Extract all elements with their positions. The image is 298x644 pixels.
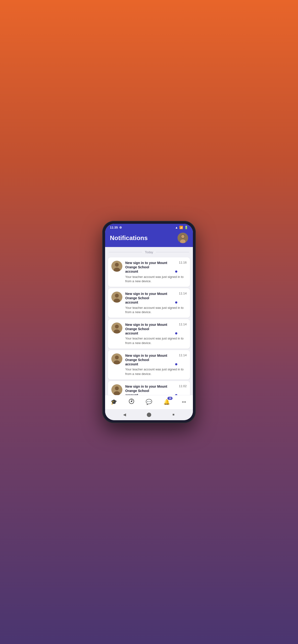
unread-dot-3 [175,332,177,334]
phone-screen: 11:35 ⚙ ▲ 📶 🔋 Notifications [105,224,193,420]
notif-title-row-1: New sign in to your Mount Orange School … [125,261,187,274]
home-circle-icon: ⬤ [146,412,152,417]
notif-title-4: New sign in to your Mount Orange School … [125,354,177,366]
notification-badge: 18 [168,397,173,400]
notif-title-3: New sign in to your Mount Orange School … [125,322,177,336]
notif-title-5: New sign in to your Mount Orange School … [125,384,177,395]
android-nav-bar: ◀ ⬤ ■ [105,409,193,420]
unread-dot-4 [175,363,177,365]
svg-point-15 [115,356,119,360]
svg-point-12 [115,325,119,328]
phone-shell: 11:35 ⚙ ▲ 📶 🔋 Notifications [102,221,196,423]
svg-point-9 [115,294,119,298]
notification-card-3[interactable]: New sign in to your Mount Orange School … [108,319,190,348]
svg-point-18 [115,386,119,390]
svg-point-3 [181,235,185,238]
notif-time-4: 11:14 [179,354,187,357]
nav-item-messages[interactable]: 💬 [142,397,156,407]
notif-time-2: 11:14 [179,292,187,295]
unread-dot-1 [175,270,177,273]
notif-message-1: Your teacher account was just signed in … [125,275,187,284]
notif-title-row-4: New sign in to your Mount Orange School … [125,354,187,366]
notif-title-row-5: New sign in to your Mount Orange School … [125,384,187,395]
dashboard-icon [129,398,134,406]
signal-icon: 📶 [179,226,183,229]
battery-icon: 🔋 [184,226,188,229]
notif-message-2: Your teacher account was just signed in … [125,306,187,314]
notif-body-2: New sign in to your Mount Orange School … [125,292,187,314]
notifications-content: Today New sign in to your Mount Orange S… [105,247,193,395]
recents-button[interactable]: ■ [170,411,177,418]
more-dots-icon: ••• [182,400,186,404]
notification-card-2[interactable]: New sign in to your Mount Orange School … [108,288,190,318]
back-button[interactable]: ◀ [121,411,128,418]
bottom-nav: 🎓 💬 🔔 18 ••• [105,395,193,409]
nav-item-more[interactable]: ••• [178,397,191,407]
notif-avatar-2 [111,292,122,302]
notif-avatar-1 [111,261,122,272]
notif-title-row-3: New sign in to your Mount Orange School … [125,322,187,336]
notif-body-4: New sign in to your Mount Orange School … [125,354,187,376]
nav-item-notifications[interactable]: 🔔 18 [160,397,173,407]
unread-dot-2 [175,302,177,304]
notif-body-5: New sign in to your Mount Orange School … [125,384,187,395]
notif-time-5: 11:02 [179,384,187,388]
wifi-icon: ▲ [175,226,178,229]
notif-message-4: Your teacher account was just signed in … [125,367,187,376]
today-label: Today [145,250,153,254]
notif-avatar-3 [111,322,122,334]
notif-message-3: Your teacher account was just signed in … [125,336,187,345]
home-button[interactable]: ⬤ [146,411,152,418]
notif-title-row-2: New sign in to your Mount Orange School … [125,292,187,305]
svg-line-26 [132,400,133,401]
notif-title-1: New sign in to your Mount Orange School … [125,261,177,274]
page-title: Notifications [110,234,147,242]
recents-square-icon: ■ [173,412,175,416]
svg-point-6 [115,263,119,267]
status-bar: 11:35 ⚙ ▲ 📶 🔋 [105,224,193,230]
user-avatar[interactable] [178,233,188,243]
status-left: 11:35 ⚙ [110,226,122,229]
notif-title-2: New sign in to your Mount Orange School … [125,292,177,305]
nav-item-home[interactable]: 🎓 [107,397,120,407]
status-time: 11:35 [110,226,118,229]
notification-card-4[interactable]: New sign in to your Mount Orange School … [108,350,190,380]
notif-body-3: New sign in to your Mount Orange School … [125,322,187,345]
notif-time-3: 11:14 [179,322,187,326]
divider-line-left [109,252,142,252]
status-right: ▲ 📶 🔋 [175,226,188,229]
divider-line-right [156,252,189,252]
notif-avatar-4 [111,354,122,364]
notification-card-5[interactable]: New sign in to your Mount Orange School … [108,381,190,395]
notification-card-1[interactable]: New sign in to your Mount Orange School … [108,257,190,287]
nav-item-dashboard[interactable] [125,397,138,407]
chat-icon: 💬 [146,399,152,405]
graduation-cap-icon: 🎓 [111,399,117,405]
app-header: Notifications [105,230,193,247]
gear-icon: ⚙ [119,226,122,229]
notif-body-1: New sign in to your Mount Orange School … [125,261,187,284]
today-section-divider: Today [105,247,193,256]
notif-time-1: 11:16 [179,261,187,264]
back-arrow-icon: ◀ [123,412,126,417]
notif-avatar-5 [111,384,122,395]
